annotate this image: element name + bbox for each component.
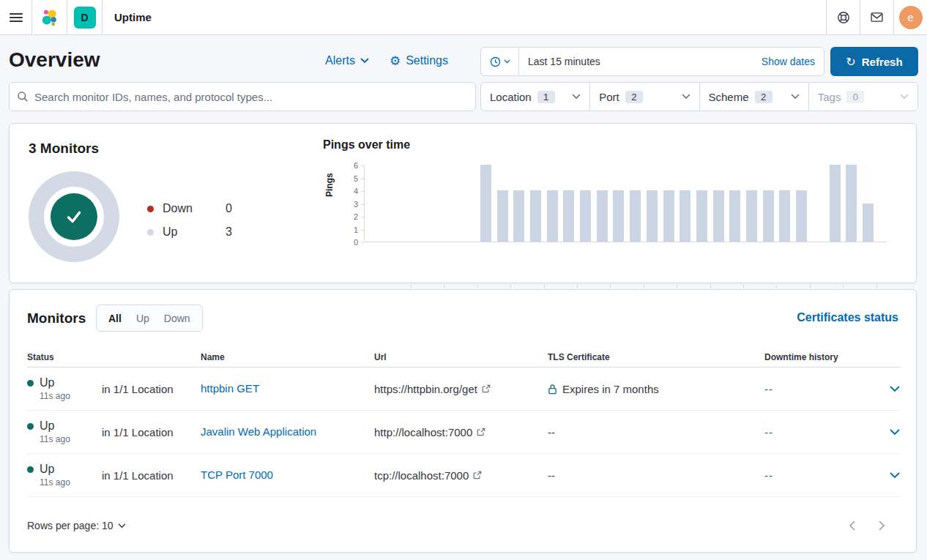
tls-text: Expires in 7 months [562, 383, 659, 395]
deployment-menu[interactable]: D [67, 0, 103, 34]
ping-bar [547, 190, 558, 242]
help-button[interactable] [826, 0, 860, 34]
donut-hole [44, 187, 104, 247]
quick-select-button[interactable] [481, 48, 519, 75]
table-row: Up 11s ago in 1/1 Location Javalin Web A… [27, 411, 900, 454]
location-text: in 1/1 Location [102, 469, 201, 482]
monitor-name-link[interactable]: TCP Port 7000 [201, 468, 273, 481]
snapshot-panel: 3 Monitors Down 0 Up 3 Pings over time P… [9, 123, 917, 283]
y-tick-mark [361, 191, 364, 192]
col-name: Name [201, 352, 374, 362]
status-donut-chart [29, 171, 119, 262]
clock-icon [490, 56, 501, 67]
x-tick-mark [510, 285, 511, 288]
rows-per-page-label: Rows per page: 10 [27, 520, 113, 531]
chevron-down-icon [890, 472, 900, 479]
monitors-count-title: 3 Monitors [29, 141, 99, 157]
filter-location-count: 1 [537, 91, 555, 103]
status-cell: Up 11s ago [27, 376, 102, 401]
filter-tags-count: 0 [846, 91, 864, 103]
check-icon [63, 206, 85, 228]
tls-text: -- [548, 426, 555, 438]
filter-port[interactable]: Port 2 [590, 83, 699, 111]
pings-y-axis-label: Pings [324, 173, 335, 197]
tab-all[interactable]: All [101, 313, 129, 324]
y-tick-mark [361, 204, 364, 205]
filter-location[interactable]: Location 1 [481, 83, 590, 111]
search-bar [9, 82, 476, 111]
expand-row-button[interactable] [877, 429, 900, 436]
chevron-down-icon [360, 58, 369, 64]
filter-tags[interactable]: Tags 0 [809, 83, 917, 111]
rows-per-page-button[interactable]: Rows per page: 10 [27, 520, 126, 531]
x-tick-mark [810, 285, 811, 288]
filter-tags-label: Tags [818, 91, 841, 103]
x-tick-mark [444, 285, 444, 288]
chevron-down-icon [572, 94, 581, 100]
search-input[interactable] [34, 91, 468, 103]
ping-bar [530, 190, 541, 242]
deployment-badge[interactable]: D [74, 7, 96, 29]
y-tick-label: 4 [343, 187, 358, 195]
external-link-icon[interactable] [477, 428, 485, 436]
filter-scheme[interactable]: Scheme 2 [700, 83, 809, 111]
chevron-down-icon [890, 429, 900, 436]
chevron-right-icon [879, 520, 885, 531]
legend-up-value: 3 [226, 225, 232, 239]
expand-row-button[interactable] [877, 472, 900, 479]
elastic-logo[interactable] [32, 0, 67, 34]
location-text: in 1/1 Location [102, 383, 201, 395]
monitors-table: Status Name Url TLS Certificate Downtime… [27, 347, 900, 497]
status-legend: Down 0 Up 3 [147, 197, 232, 244]
ping-bar [630, 190, 641, 242]
y-tick-label: 5 [343, 174, 358, 183]
app-title: Uptime [103, 0, 163, 34]
ping-bar [563, 190, 574, 242]
time-range-value[interactable]: Last 15 minutes [519, 48, 753, 75]
refresh-icon: ↻ [846, 55, 855, 69]
status-text: Up [40, 419, 54, 433]
legend-down-label: Down [163, 202, 226, 215]
pings-bar-chart: 012345616:5416:5516:5616:5716:5816:5917:… [364, 165, 887, 242]
tab-down[interactable]: Down [157, 313, 198, 324]
lock-icon [548, 384, 557, 395]
ping-bar [796, 190, 807, 242]
ping-bar [729, 190, 740, 242]
show-dates-button[interactable]: Show dates [753, 48, 824, 75]
next-page-button[interactable] [879, 520, 885, 531]
status-cell: Up 11s ago [27, 463, 102, 488]
external-link-icon[interactable] [482, 384, 491, 393]
table-footer: Rows per page: 10 [27, 509, 898, 542]
ping-bar [763, 190, 774, 242]
monitor-name-link[interactable]: Javalin Web Application [201, 425, 316, 438]
location-text: in 1/1 Location [102, 426, 201, 438]
settings-link[interactable]: ⚙ Settings [390, 54, 448, 67]
certificates-status-link[interactable]: Certificates status [797, 311, 898, 324]
x-tick-mark [677, 285, 677, 288]
pagination [849, 520, 898, 531]
monitor-url: https://httpbin.org/get [374, 383, 477, 395]
tab-up[interactable]: Up [129, 313, 157, 324]
ping-bar [779, 190, 790, 242]
x-tick-mark [411, 285, 412, 288]
up-status-dot-icon [27, 466, 34, 473]
chevron-down-icon [890, 386, 900, 392]
x-tick-mark [843, 285, 844, 288]
previous-page-button[interactable] [849, 520, 855, 531]
user-menu[interactable]: e [893, 0, 927, 34]
alerts-dropdown[interactable]: Alerts [325, 54, 369, 67]
external-link-icon[interactable] [473, 471, 482, 479]
monitor-url: tcp://localhost:7000 [374, 469, 469, 482]
refresh-button[interactable]: ↻ Refresh [830, 47, 918, 76]
ping-bar [663, 190, 674, 242]
expand-row-button[interactable] [877, 386, 900, 392]
monitor-name-link[interactable]: httpbin GET [201, 382, 259, 395]
avatar[interactable]: e [899, 6, 923, 29]
menu-button[interactable] [0, 0, 32, 34]
x-tick-mark [710, 285, 711, 288]
filter-scheme-label: Scheme [709, 91, 749, 103]
newsfeed-button[interactable] [860, 0, 893, 34]
help-life-ring-icon [836, 10, 851, 25]
x-tick-mark [876, 285, 877, 288]
x-tick-mark [544, 285, 545, 288]
